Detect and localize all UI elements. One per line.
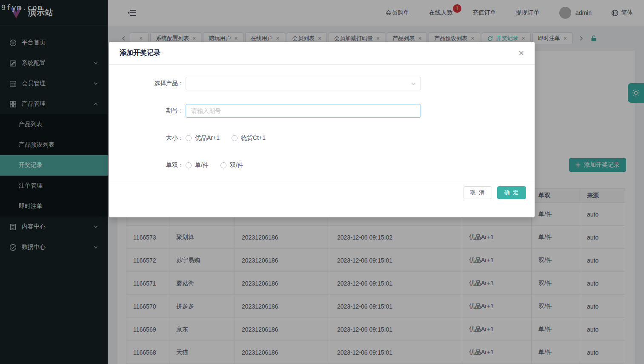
size-option-radio[interactable]: 优品Ar+1	[186, 134, 220, 142]
size-radio-group: 优品Ar+1统货Ct+1	[186, 134, 278, 142]
parity-label: 单双：	[109, 162, 186, 169]
radio-label: 双/件	[230, 162, 243, 169]
radio-dot	[186, 162, 192, 168]
modal-title: 添加开奖记录	[120, 49, 160, 58]
modal-close-icon[interactable]: ×	[518, 49, 524, 58]
product-select[interactable]	[186, 77, 421, 90]
confirm-button[interactable]: 确 定	[497, 186, 526, 199]
modal-header: 添加开奖记录 ×	[109, 42, 535, 65]
cancel-button[interactable]: 取 消	[464, 186, 492, 199]
issue-input[interactable]	[186, 104, 421, 118]
product-field-row: 选择产品：	[109, 77, 535, 90]
chevron-down-icon	[411, 81, 416, 87]
parity-radio-group: 单/件双/件	[186, 162, 255, 170]
size-option-radio[interactable]: 统货Ct+1	[232, 134, 266, 142]
size-field-row: 大小： 优品Ar+1统货Ct+1	[109, 131, 535, 145]
parity-field-row: 单双： 单/件双/件	[109, 159, 535, 172]
radio-label: 统货Ct+1	[241, 134, 266, 142]
size-label: 大小：	[109, 134, 186, 142]
parity-option-radio[interactable]: 单/件	[186, 162, 209, 169]
modal-footer: 取 消 确 定	[109, 181, 535, 204]
radio-dot	[186, 135, 192, 141]
product-label: 选择产品：	[109, 80, 186, 87]
parity-option-radio[interactable]: 双/件	[220, 162, 243, 169]
radio-dot	[232, 135, 238, 141]
add-record-modal: 添加开奖记录 × 选择产品： 期号： 大小： 优品Ar+1统货Ct+1 单双： …	[109, 42, 535, 217]
radio-label: 单/件	[195, 162, 209, 169]
radio-label: 优品Ar+1	[195, 134, 220, 142]
issue-label: 期号：	[109, 107, 186, 115]
modal-body: 选择产品： 期号： 大小： 优品Ar+1统货Ct+1 单双： 单/件双/件	[109, 65, 535, 181]
issue-field-row: 期号：	[109, 104, 535, 118]
radio-dot	[220, 162, 226, 168]
